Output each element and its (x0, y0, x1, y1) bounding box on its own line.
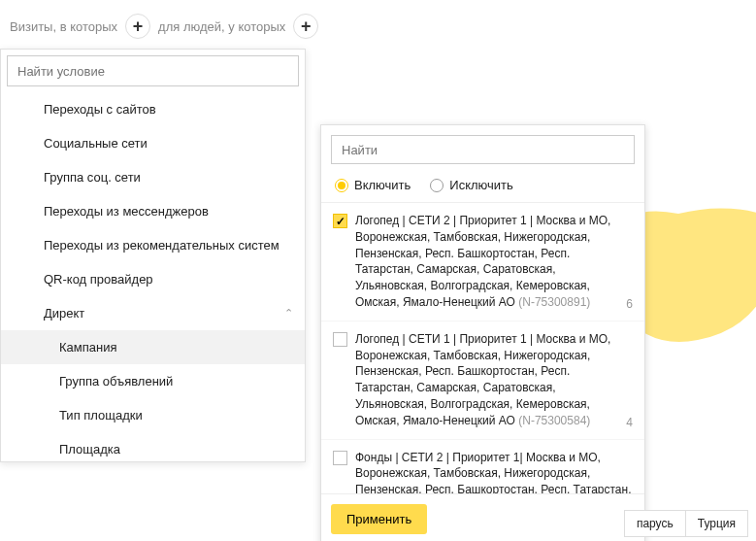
campaign-options-list[interactable]: Логопед | СЕТИ 2 | Приоритет 1 | Москва … (321, 202, 644, 493)
radio-exclude[interactable]: Исключить (430, 178, 513, 192)
search-input[interactable] (7, 55, 299, 86)
tree-item-messengers[interactable]: Переходы из мессенджеров (1, 194, 305, 228)
visits-label: Визиты, в которых (10, 19, 117, 34)
tree-item-direct[interactable]: Директ⌃ (1, 296, 305, 330)
add-visits-condition-button[interactable]: + (125, 14, 150, 39)
tree-item-social-networks[interactable]: Социальные сети (1, 126, 305, 160)
tree-item-ad-group[interactable]: Группа объявлений (1, 364, 305, 398)
campaign-option[interactable]: Фонды | СЕТИ 2 | Приоритет 1| Москва и М… (321, 440, 644, 493)
checkbox-icon[interactable] (333, 451, 347, 465)
radio-icon (430, 179, 444, 192)
tree-item-placement-type[interactable]: Тип площадки (1, 398, 305, 432)
search-container (1, 50, 305, 92)
option-label: Фонды | СЕТИ 2 | Приоритет 1| Москва и М… (355, 450, 633, 493)
conditions-panel: Переходы с сайтов Социальные сети Группа… (0, 49, 306, 462)
radio-icon (335, 179, 348, 192)
people-label: для людей, у которых (158, 19, 285, 34)
conditions-tree[interactable]: Переходы с сайтов Социальные сети Группа… (1, 92, 305, 461)
tab-belarus[interactable]: парусь (624, 510, 686, 537)
tab-turkey[interactable]: Турция (685, 510, 748, 537)
checkbox-icon[interactable] (333, 214, 347, 228)
chevron-up-icon: ⌃ (284, 307, 293, 320)
campaign-filter-panel: Включить Исключить Логопед | СЕТИ 2 | Пр… (320, 124, 645, 541)
tree-item-social-group[interactable]: Группа соц. сети (1, 160, 305, 194)
option-count: 6 (622, 297, 633, 311)
apply-bar: Применить (321, 493, 644, 541)
campaign-search-container (321, 125, 644, 174)
option-label: Логопед | СЕТИ 2 | Приоритет 1 | Москва … (355, 213, 614, 311)
tree-item-site-referrals[interactable]: Переходы с сайтов (1, 92, 305, 126)
tree-item-placement[interactable]: Площадка (1, 432, 305, 461)
campaign-option[interactable]: Логопед | СЕТИ 2 | Приоритет 1 | Москва … (321, 203, 644, 321)
option-count: 4 (622, 416, 633, 429)
apply-button[interactable]: Применить (331, 504, 427, 534)
campaign-option[interactable]: Логопед | СЕТИ 1 | Приоритет 1 | Москва … (321, 321, 644, 440)
bottom-tabs: парусь Турция (625, 510, 748, 537)
option-label: Логопед | СЕТИ 1 | Приоритет 1 | Москва … (355, 331, 614, 429)
tree-item-campaign[interactable]: Кампания (1, 330, 305, 364)
campaign-search-input[interactable] (331, 135, 635, 164)
tree-item-recommendation-systems[interactable]: Переходы из рекомендательных систем (1, 228, 305, 262)
segment-header: Визиты, в которых + для людей, у которых… (0, 0, 756, 47)
checkbox-icon[interactable] (333, 332, 347, 347)
radio-include[interactable]: Включить (335, 178, 411, 192)
tree-item-qr-provider[interactable]: QR-код провайдер (1, 262, 305, 296)
add-people-condition-button[interactable]: + (293, 14, 318, 39)
include-exclude-radio-group: Включить Исключить (321, 174, 644, 202)
